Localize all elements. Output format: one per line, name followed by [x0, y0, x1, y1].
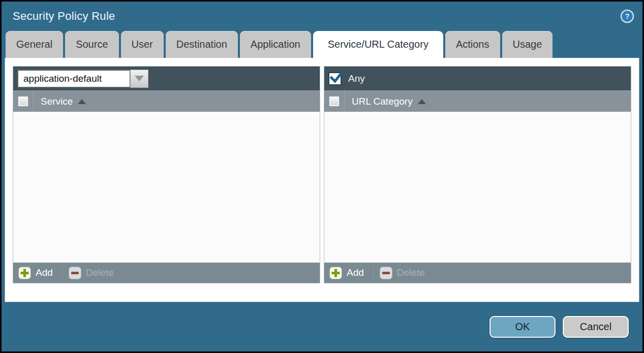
tab-usage[interactable]: Usage [502, 31, 553, 58]
service-select-all-checkbox[interactable] [18, 96, 28, 107]
security-policy-rule-dialog: Security Policy Rule ? General Source Us… [2, 2, 642, 351]
service-table-header: Service [13, 90, 320, 112]
url-category-column-label[interactable]: URL Category [345, 96, 413, 107]
tab-application[interactable]: Application [240, 31, 311, 58]
chevron-down-icon [135, 76, 144, 81]
tab-user[interactable]: User [121, 31, 164, 58]
service-panel-footer: Add Delete [13, 263, 320, 283]
tab-source[interactable]: Source [65, 31, 118, 58]
dialog-footer: OK Cancel [2, 302, 642, 338]
sort-ascending-icon[interactable] [418, 99, 426, 104]
plus-icon [329, 267, 342, 279]
cancel-button[interactable]: Cancel [563, 316, 629, 338]
service-table-body[interactable] [13, 112, 320, 263]
service-toolbar: application-default [13, 67, 320, 90]
any-label: Any [348, 73, 365, 84]
url-category-toolbar: Any [324, 67, 631, 90]
service-type-dropdown-button[interactable] [130, 70, 148, 88]
help-icon[interactable]: ? [620, 9, 634, 23]
ok-button[interactable]: OK [489, 316, 556, 338]
url-category-panel: Any URL Category Add [324, 66, 631, 283]
service-delete-button[interactable]: Delete [69, 267, 114, 279]
minus-icon [69, 267, 81, 279]
tab-destination[interactable]: Destination [166, 31, 238, 58]
service-type-dropdown[interactable]: application-default [17, 70, 148, 88]
url-category-delete-label: Delete [397, 267, 425, 278]
url-category-add-button[interactable]: Add [329, 267, 364, 279]
service-type-value[interactable]: application-default [17, 70, 130, 88]
plus-icon [18, 267, 31, 279]
tab-general[interactable]: General [6, 31, 63, 58]
url-category-add-label: Add [347, 267, 364, 278]
title-bar: Security Policy Rule ? [2, 2, 642, 31]
tab-bar: General Source User Destination Applicat… [2, 31, 642, 58]
service-add-label: Add [36, 267, 53, 278]
tab-content: application-default Service [5, 58, 639, 302]
any-checkbox[interactable] [328, 72, 342, 85]
service-panel: application-default Service [13, 66, 320, 283]
footer-separator [62, 267, 63, 278]
url-category-table-body[interactable] [324, 112, 631, 263]
minus-icon [380, 267, 392, 279]
url-category-delete-button[interactable]: Delete [380, 267, 425, 279]
service-add-button[interactable]: Add [18, 267, 53, 279]
service-select-all-cell [13, 91, 34, 112]
dialog-title: Security Policy Rule [13, 10, 115, 23]
tab-actions[interactable]: Actions [445, 31, 500, 58]
service-delete-label: Delete [86, 267, 114, 278]
url-category-panel-footer: Add Delete [324, 263, 631, 283]
url-category-table-header: URL Category [324, 90, 631, 112]
url-category-select-all-cell [324, 91, 345, 112]
service-column-label[interactable]: Service [34, 96, 73, 107]
sort-ascending-icon[interactable] [78, 99, 86, 104]
question-glyph: ? [625, 12, 630, 20]
url-category-select-all-checkbox[interactable] [329, 96, 340, 107]
tab-service-url-category[interactable]: Service/URL Category [313, 31, 443, 58]
footer-separator [373, 267, 374, 278]
checkmark-icon [329, 71, 345, 86]
